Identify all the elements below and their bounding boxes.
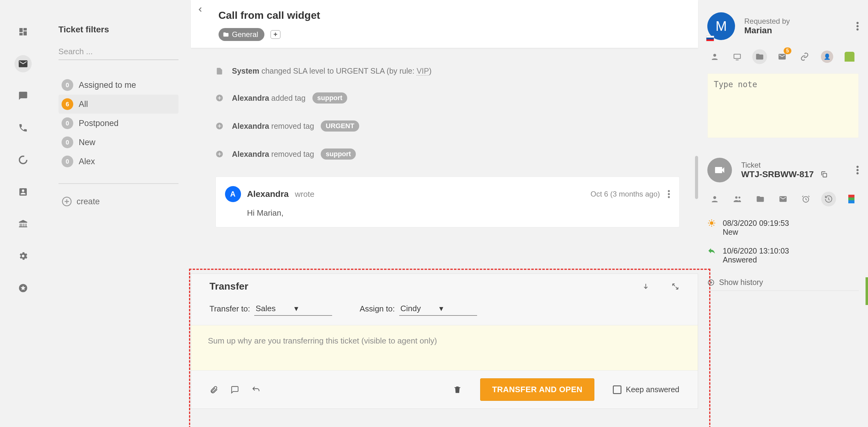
filter-assigned-to-me[interactable]: 0Assigned to me	[59, 76, 179, 94]
folder-icon[interactable]	[753, 192, 768, 206]
filter-new[interactable]: 0New	[59, 133, 179, 152]
svg-point-19	[857, 166, 859, 168]
svg-point-20	[857, 169, 859, 171]
svg-point-23	[735, 196, 738, 199]
filter-alex[interactable]: 0Alex	[59, 152, 179, 171]
plus-circle-icon	[215, 122, 225, 130]
edge-indicator	[866, 277, 868, 305]
mail-count-badge: 5	[784, 48, 792, 54]
filter-search-input[interactable]	[59, 44, 179, 60]
svg-point-10	[668, 190, 670, 192]
history-item-new: 08/3/2020 09:19:53New	[707, 219, 859, 237]
filter-all[interactable]: 6All	[59, 94, 179, 114]
link-icon[interactable]	[797, 49, 812, 64]
svg-point-14	[857, 25, 859, 27]
svg-rect-1	[23, 28, 27, 30]
phone-icon[interactable]	[14, 119, 32, 137]
svg-rect-17	[734, 54, 741, 59]
svg-rect-18	[823, 173, 827, 177]
plus-circle-icon	[707, 279, 715, 286]
mail-icon[interactable]	[776, 192, 790, 206]
transfer-and-open-button[interactable]: TRANSFER AND OPEN	[480, 378, 595, 401]
settings-icon[interactable]	[14, 247, 32, 265]
dashboard-icon[interactable]	[14, 23, 32, 40]
requester-name: Marian	[744, 26, 790, 35]
scrollbar-thumb[interactable]	[695, 156, 698, 199]
return-icon[interactable]	[251, 386, 260, 394]
expand-icon[interactable]	[671, 283, 679, 290]
create-filter-button[interactable]: create	[59, 193, 179, 210]
contacts-icon[interactable]	[14, 183, 32, 201]
svg-point-13	[857, 22, 859, 24]
plus-circle-icon	[215, 150, 225, 158]
note-input[interactable]	[707, 73, 859, 138]
transfer-note-input[interactable]: Sum up why are you transferring this tic…	[191, 325, 698, 371]
log-added-tag: Alexandra added tag support	[215, 92, 680, 104]
log-removed-tag-support: Alexandra removed tag support	[215, 148, 680, 160]
user-avatar-icon[interactable]: 👤	[820, 49, 834, 64]
add-tag-button[interactable]: +	[271, 30, 280, 39]
back-button[interactable]	[197, 6, 204, 13]
folder-icon[interactable]	[752, 49, 767, 64]
filter-label: Postponed	[79, 119, 119, 128]
shopify-icon[interactable]	[842, 49, 857, 64]
avatar: A	[225, 186, 241, 202]
ticket-label: Ticket	[741, 161, 828, 169]
vip-rule-link[interactable]: VIP	[416, 66, 429, 76]
log-sla-change: System changed SLA level to URGENT SLA (…	[215, 66, 680, 76]
keep-answered-checkbox[interactable]	[613, 386, 621, 394]
assign-to-select[interactable]: Cindy▾	[399, 302, 477, 316]
answered-status-icon	[707, 247, 716, 255]
loading-icon[interactable]	[14, 151, 32, 169]
requester-menu-icon[interactable]	[856, 22, 859, 30]
requester-avatar: M	[707, 12, 735, 40]
svg-point-16	[713, 54, 716, 57]
ticket-timeline: System changed SLA level to URGENT SLA (…	[191, 48, 699, 251]
ticket-id: WTJ-SRBWW-817	[741, 169, 814, 179]
copy-icon[interactable]	[820, 170, 828, 178]
filter-label: New	[79, 138, 95, 147]
ticket-title: Call from call widget	[219, 9, 680, 21]
history-icon[interactable]	[821, 192, 836, 206]
collapse-down-icon[interactable]	[642, 283, 650, 290]
ticket-header: Call from call widget General +	[191, 0, 699, 48]
svg-point-26	[710, 221, 713, 225]
show-history-button[interactable]: Show history	[707, 274, 859, 291]
filter-postponed[interactable]: 0Postponed	[59, 114, 179, 133]
attachment-icon[interactable]	[210, 386, 218, 394]
svg-rect-3	[20, 33, 23, 35]
person-icon[interactable]	[707, 49, 722, 64]
message-author: Alexandra	[247, 189, 289, 199]
requested-by-label: Requested by	[744, 17, 790, 26]
assign-to-label: Assign to:	[360, 304, 395, 314]
transfer-to-select[interactable]: Sales▾	[254, 302, 332, 316]
star-icon[interactable]	[14, 279, 32, 297]
mail-icon[interactable]: 5	[775, 49, 789, 64]
chat-icon[interactable]	[14, 87, 32, 105]
ticket-menu-icon[interactable]	[856, 166, 859, 174]
sidebar-title: Ticket filters	[59, 25, 179, 34]
alarm-icon[interactable]	[799, 192, 813, 206]
bank-icon[interactable]	[14, 215, 32, 233]
person-icon[interactable]	[707, 192, 722, 206]
svg-point-4	[20, 156, 27, 164]
transfer-title: Transfer	[210, 281, 633, 292]
screen-icon[interactable]	[730, 49, 745, 64]
message-card: A Alexandra wrote Oct 6 (3 months ago) H…	[215, 176, 680, 227]
delete-icon[interactable]	[453, 386, 462, 394]
svg-rect-0	[20, 28, 23, 32]
comment-icon[interactable]	[230, 386, 239, 394]
svg-point-21	[857, 172, 859, 174]
tag-general[interactable]: General	[219, 28, 265, 41]
ticket-filters-sidebar: Ticket filters 0Assigned to me 6All 0Pos…	[46, 0, 191, 427]
folder-icon	[223, 31, 229, 37]
mail-icon[interactable]	[14, 55, 32, 73]
left-nav-rail	[0, 0, 46, 427]
group-icon[interactable]	[730, 192, 745, 206]
message-menu-icon[interactable]	[668, 190, 670, 198]
plus-circle-icon	[62, 196, 72, 207]
main-ticket-view: Call from call widget General + System c…	[191, 0, 699, 427]
keep-answered-label: Keep answered	[626, 385, 679, 394]
color-icon[interactable]	[844, 192, 859, 206]
svg-point-11	[668, 193, 670, 195]
